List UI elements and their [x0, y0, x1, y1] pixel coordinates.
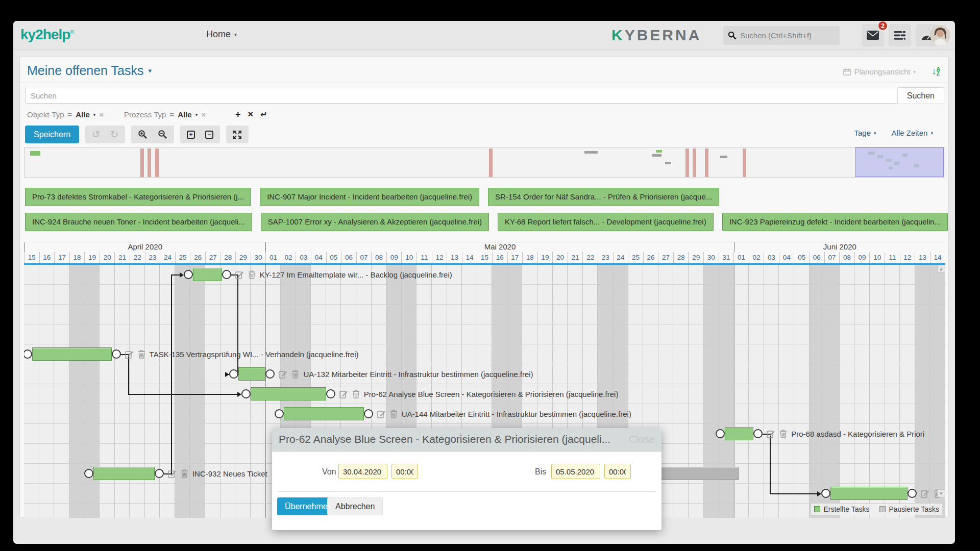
gantt-bar-BOTTOM-1[interactable]: [830, 487, 908, 500]
planning-view-label: Planungsansicht: [854, 67, 910, 76]
day-header-cell: 12: [432, 252, 447, 263]
remove-filter-icon[interactable]: ×: [201, 110, 206, 119]
zoom-unit-dropdown[interactable]: Tage ▾: [854, 129, 876, 137]
sort-az-icon: AZ: [937, 67, 940, 76]
delete-icon[interactable]: [352, 390, 360, 398]
task-chip[interactable]: Pro-73 defektes Stromkabel - Kategorisie…: [25, 188, 251, 206]
link-handle-start[interactable]: [821, 489, 830, 498]
from-date-input[interactable]: [338, 464, 387, 479]
task-chip[interactable]: INC-923 Papiereinzug defekt - Incident b…: [722, 213, 948, 231]
day-header-cell: 22: [130, 252, 145, 263]
task-chip[interactable]: KY-68 Report liefert falsch... - Develop…: [498, 213, 714, 231]
gantt-bar-TASK-135[interactable]: [32, 347, 111, 361]
remove-filter-icon[interactable]: ×: [99, 110, 104, 119]
edit-icon[interactable]: [339, 390, 348, 398]
search-button[interactable]: Suchen: [897, 87, 944, 104]
time-range-dropdown[interactable]: Alle Zeiten ▾: [892, 129, 933, 137]
delete-icon[interactable]: [291, 370, 299, 379]
collapse-all-button[interactable]: −: [205, 131, 213, 139]
zoom-out-button[interactable]: [158, 130, 167, 139]
planning-view-dropdown[interactable]: Planungsansicht ▾: [843, 67, 916, 76]
link-handle-start[interactable]: [275, 409, 284, 418]
fullscreen-icon[interactable]: [233, 130, 242, 139]
link-handle-end[interactable]: [222, 270, 231, 279]
filter-name: Prozess Typ: [124, 110, 166, 119]
day-header-cell: 20: [552, 252, 568, 263]
nav-home-menu[interactable]: Home ▾: [206, 29, 237, 40]
link-handle-start[interactable]: [241, 389, 251, 398]
day-header-cell: 25: [175, 252, 190, 263]
chevron-down-icon[interactable]: ▾: [93, 112, 96, 117]
zoom-unit-label: Tage: [854, 129, 871, 137]
undo-button[interactable]: ↺: [92, 129, 100, 140]
day-header-cell: 03: [764, 252, 779, 263]
filter-value-dropdown[interactable]: Alle: [178, 110, 192, 119]
delete-icon[interactable]: [390, 410, 398, 418]
to-date-input[interactable]: [551, 464, 600, 479]
top-bar: ky2help® Home ▾ KYBERNA 2: [13, 21, 955, 49]
day-header-cell: 07: [824, 252, 840, 263]
filter-value-dropdown[interactable]: Alle: [76, 110, 90, 119]
delete-icon[interactable]: [779, 430, 787, 438]
cancel-button[interactable]: Abbrechen: [327, 497, 383, 515]
overview-viewport-window[interactable]: [855, 147, 944, 177]
link-handle-end[interactable]: [364, 409, 373, 418]
chevron-down-icon: ▾: [913, 69, 916, 74]
edit-icon[interactable]: [235, 270, 244, 279]
page-title: Meine offenen Tasks: [27, 63, 143, 78]
dialog-title: Pro-62 Analyse Blue Screen - Kategorisie…: [279, 433, 610, 445]
link-handle-end[interactable]: [908, 489, 917, 498]
expand-all-button[interactable]: +: [187, 131, 195, 139]
save-button[interactable]: Speichern: [25, 126, 79, 143]
gantt-bar-Pro-62[interactable]: [251, 387, 326, 400]
scroll-up-button[interactable]: ▲: [937, 265, 945, 273]
clear-filters-icon[interactable]: ×: [248, 109, 253, 120]
task-chip[interactable]: INC-924 Brauche neuen Toner - Incident b…: [25, 213, 252, 231]
messages-button[interactable]: 2: [862, 24, 884, 46]
task-list-button[interactable]: [889, 24, 911, 46]
gantt-bar-Pro-68[interactable]: [725, 427, 753, 440]
delete-icon[interactable]: [248, 270, 256, 279]
user-avatar[interactable]: [930, 25, 950, 45]
link-handle-end[interactable]: [155, 469, 164, 478]
link-handle-start[interactable]: [716, 429, 725, 438]
task-chip[interactable]: INC-907 Major Incident - Incident bearbe…: [260, 188, 479, 206]
filter-objekt-typ: Objekt-Typ = Alle ▾ ×: [27, 110, 104, 119]
task-chip[interactable]: SR-154 Order for Näf Sandra... - Prüfen …: [488, 188, 719, 206]
timeline-overview-strip[interactable]: [24, 147, 945, 178]
redo-button[interactable]: ↻: [110, 129, 118, 140]
zoom-in-button[interactable]: [138, 130, 148, 139]
task-chip[interactable]: SAP-1007 Error xy - Analysieren & Akzept…: [261, 213, 489, 231]
edit-icon[interactable]: [125, 350, 134, 359]
edit-icon[interactable]: [921, 489, 929, 498]
close-button[interactable]: Close: [629, 434, 655, 445]
gantt-bar-KY-127[interactable]: [193, 268, 222, 281]
day-header-cell: 02: [281, 252, 296, 263]
link-handle-end[interactable]: [326, 389, 335, 398]
link-handle-start[interactable]: [84, 469, 93, 478]
chevron-down-icon[interactable]: ▾: [195, 112, 198, 117]
edit-icon[interactable]: [279, 370, 287, 379]
task-search-input[interactable]: [25, 88, 899, 104]
ky2help-logo[interactable]: ky2help®: [20, 27, 74, 43]
day-header-cell: 24: [613, 252, 628, 263]
gantt-bar-UA-132[interactable]: [238, 367, 265, 381]
gantt-bar-INC-932[interactable]: [93, 467, 155, 480]
link-handle-end[interactable]: [112, 349, 121, 359]
page-title-dropdown[interactable]: Meine offenen Tasks ▾: [27, 63, 152, 78]
to-time-input[interactable]: [604, 464, 631, 479]
sort-az-button[interactable]: ↓ AZ: [932, 66, 940, 77]
scroll-down-button[interactable]: ▼: [937, 489, 945, 497]
global-search-input[interactable]: [740, 31, 835, 40]
edit-icon[interactable]: [767, 430, 775, 438]
from-time-input[interactable]: [391, 464, 418, 479]
delete-icon[interactable]: [181, 469, 188, 478]
delete-icon[interactable]: [138, 350, 145, 359]
month-header-row: April 2020Mai 2020Juni 2020: [24, 242, 945, 252]
apply-filters-icon[interactable]: ↵: [260, 110, 267, 119]
add-filter-icon[interactable]: +: [235, 109, 241, 120]
edit-icon[interactable]: [168, 469, 177, 478]
day-header-cell: 26: [643, 252, 658, 263]
edit-icon[interactable]: [377, 410, 386, 418]
gantt-bar-UA-144[interactable]: [284, 407, 364, 420]
